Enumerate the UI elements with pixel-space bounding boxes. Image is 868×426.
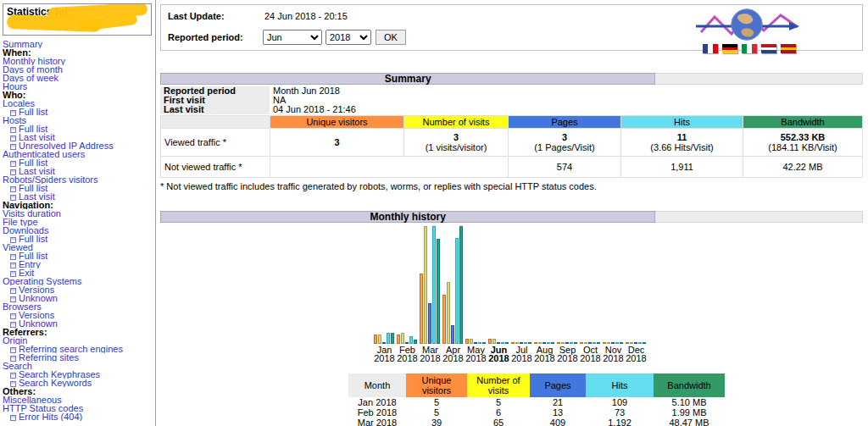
sidebar-item-days-of-month[interactable]: Days of month xyxy=(3,65,155,74)
expand-icon[interactable] xyxy=(10,381,16,387)
sidebar-item-unknown[interactable]: Unknown xyxy=(3,319,155,328)
ok-button[interactable]: OK xyxy=(376,30,406,45)
sidebar-item-full-list[interactable]: Full list xyxy=(3,124,155,133)
sidebar-item-error-hits-404[interactable]: Error Hits (404) xyxy=(3,412,155,421)
sidebar-link[interactable]: Search Keywords xyxy=(19,379,92,387)
sidebar-item-exit[interactable]: Exit xyxy=(3,268,155,277)
sidebar-link[interactable]: File type xyxy=(3,218,38,226)
sidebar-link[interactable]: Hours xyxy=(3,82,27,91)
sidebar-item-downloads[interactable]: Downloads xyxy=(3,226,155,235)
sidebar-link[interactable]: Viewed xyxy=(3,243,33,252)
expand-icon[interactable] xyxy=(10,169,16,175)
sidebar-link[interactable]: Miscellaneous xyxy=(3,396,62,404)
sidebar-link[interactable]: Hosts xyxy=(3,116,26,124)
expand-icon[interactable] xyxy=(10,322,16,328)
sidebar-item-full-list[interactable]: Full list xyxy=(3,252,155,260)
sidebar-item-robots-spiders-visitors[interactable]: Robots/Spiders visitors xyxy=(3,175,155,184)
sidebar-link[interactable]: Search Keyphrases xyxy=(19,370,100,379)
sidebar-link[interactable]: Last visit xyxy=(19,133,55,141)
sidebar-item-hosts[interactable]: Hosts xyxy=(3,116,155,124)
sidebar-item-full-list[interactable]: Full list xyxy=(3,235,155,243)
sidebar-item-browsers[interactable]: Browsers xyxy=(3,302,155,311)
expand-icon[interactable] xyxy=(10,186,16,192)
sidebar-link[interactable]: Search xyxy=(3,362,32,370)
sidebar-item-summary[interactable]: Summary xyxy=(3,40,155,48)
sidebar-item-search-keywords[interactable]: Search Keywords xyxy=(3,379,155,387)
sidebar-link[interactable]: Unknown xyxy=(19,294,58,302)
sidebar-item-viewed[interactable]: Viewed xyxy=(3,243,155,252)
sidebar-item-operating-systems[interactable]: Operating Systems xyxy=(3,277,155,285)
french-flag-icon[interactable] xyxy=(703,44,718,53)
sidebar-link[interactable]: Operating Systems xyxy=(3,277,82,285)
sidebar-link[interactable]: Unknown xyxy=(19,319,58,328)
sidebar-item-full-list[interactable]: Full list xyxy=(3,158,155,167)
sidebar-link[interactable]: Days of month xyxy=(3,65,63,74)
expand-icon[interactable] xyxy=(10,161,16,167)
sidebar-link[interactable]: Full list xyxy=(19,124,47,133)
sidebar-item-days-of-week[interactable]: Days of week xyxy=(3,74,155,82)
dutch-flag-icon[interactable] xyxy=(761,44,776,53)
expand-icon[interactable] xyxy=(10,127,16,133)
sidebar-link[interactable]: Versions xyxy=(19,311,54,319)
german-flag-icon[interactable] xyxy=(722,44,737,53)
sidebar-item-miscellaneous[interactable]: Miscellaneous xyxy=(3,396,155,404)
sidebar-item-unknown[interactable]: Unknown xyxy=(3,294,155,302)
sidebar-link[interactable]: Summary xyxy=(3,40,42,48)
expand-icon[interactable] xyxy=(10,415,16,421)
sidebar-link[interactable]: Downloads xyxy=(3,226,48,235)
expand-icon[interactable] xyxy=(10,237,16,243)
sidebar-link[interactable]: Days of week xyxy=(3,74,58,82)
sidebar-item-referring-sites[interactable]: Referring sites xyxy=(3,353,155,362)
sidebar-link[interactable]: Locales xyxy=(3,99,35,108)
expand-icon[interactable] xyxy=(10,356,16,362)
year-select[interactable]: 2018 xyxy=(326,30,371,45)
sidebar-item-referring-search-engines[interactable]: Referring search engines xyxy=(3,345,155,353)
sidebar-link[interactable]: Last visit xyxy=(19,192,55,201)
sidebar-item-last-visit[interactable]: Last visit xyxy=(3,133,155,141)
sidebar-link[interactable]: Referring sites xyxy=(19,353,79,362)
sidebar-item-entry[interactable]: Entry xyxy=(3,260,155,268)
expand-icon[interactable] xyxy=(10,373,16,379)
sidebar-link[interactable]: Referring search engines xyxy=(19,345,123,353)
sidebar-link[interactable]: Error Hits (404) xyxy=(19,412,82,421)
sidebar-item-origin[interactable]: Origin xyxy=(3,336,155,345)
italian-flag-icon[interactable] xyxy=(742,44,757,53)
sidebar-link[interactable]: Full list xyxy=(19,252,47,260)
expand-icon[interactable] xyxy=(10,144,16,150)
sidebar-item-unresolved-ip-address[interactable]: Unresolved IP Address xyxy=(3,141,155,150)
sidebar-link[interactable]: Authenticated users xyxy=(3,150,85,158)
sidebar-item-search[interactable]: Search xyxy=(3,362,155,370)
expand-icon[interactable] xyxy=(10,254,16,260)
sidebar-link[interactable]: Exit xyxy=(19,268,34,277)
expand-icon[interactable] xyxy=(10,195,16,201)
awstats-logo[interactable] xyxy=(686,7,813,53)
sidebar-item-locales[interactable]: Locales xyxy=(3,99,155,108)
sidebar-link[interactable]: Full list xyxy=(19,235,47,243)
expand-icon[interactable] xyxy=(10,271,16,277)
expand-icon[interactable] xyxy=(10,110,16,116)
sidebar-item-search-keyphrases[interactable]: Search Keyphrases xyxy=(3,370,155,379)
spanish-flag-icon[interactable] xyxy=(781,44,796,53)
sidebar-link[interactable]: Robots/Spiders visitors xyxy=(3,175,98,184)
sidebar-item-authenticated-users[interactable]: Authenticated users xyxy=(3,150,155,158)
sidebar-link[interactable]: Browsers xyxy=(3,302,42,311)
sidebar-item-full-list[interactable]: Full list xyxy=(3,108,155,116)
sidebar-link[interactable]: Entry xyxy=(19,260,41,268)
sidebar-link[interactable]: Versions xyxy=(19,285,54,294)
sidebar-link[interactable]: Full list xyxy=(19,184,47,192)
sidebar-link[interactable]: HTTP Status codes xyxy=(3,404,83,412)
sidebar-link[interactable]: Origin xyxy=(3,336,27,345)
sidebar-item-http-status-codes[interactable]: HTTP Status codes xyxy=(3,404,155,412)
sidebar-link[interactable]: Last visit xyxy=(19,167,55,175)
sidebar-item-versions[interactable]: Versions xyxy=(3,285,155,294)
sidebar-link[interactable]: Monthly history xyxy=(3,57,65,65)
sidebar-link[interactable]: Full list xyxy=(19,108,47,116)
sidebar-link[interactable]: Visits duration xyxy=(3,209,61,218)
sidebar-item-file-type[interactable]: File type xyxy=(3,218,155,226)
expand-icon[interactable] xyxy=(10,263,16,268)
expand-icon[interactable] xyxy=(10,347,16,353)
expand-icon[interactable] xyxy=(10,313,16,319)
sidebar-item-last-visit[interactable]: Last visit xyxy=(3,167,155,175)
sidebar-link[interactable]: Unresolved IP Address xyxy=(19,141,114,150)
sidebar-item-versions[interactable]: Versions xyxy=(3,311,155,319)
